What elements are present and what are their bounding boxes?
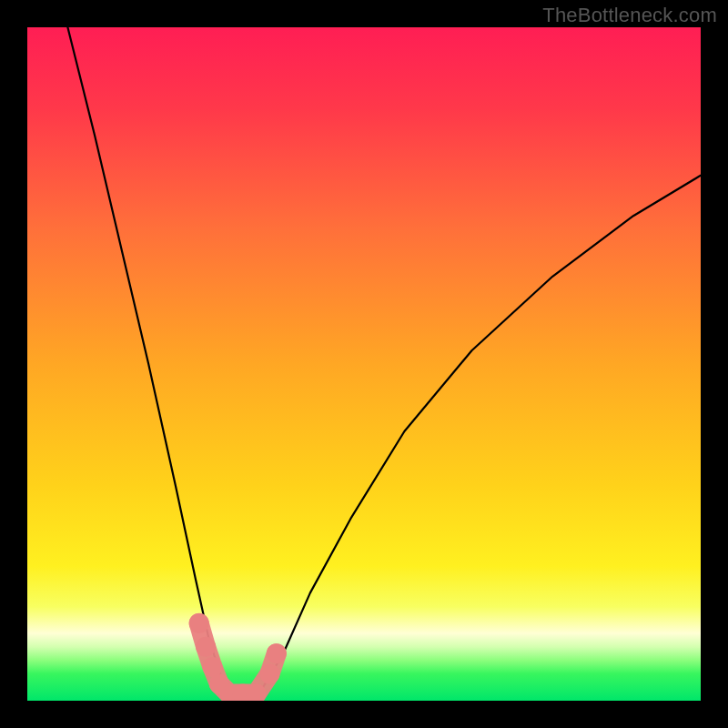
watermark-text: TheBottleneck.com: [542, 4, 717, 27]
bottleneck-chart: [27, 27, 701, 701]
gradient-bg: [27, 27, 701, 701]
plot-area: [27, 27, 701, 701]
highlight-dot: [267, 643, 287, 663]
highlight-dot: [259, 663, 279, 683]
chart-frame: TheBottleneck.com: [0, 0, 728, 728]
highlight-dot: [196, 637, 216, 657]
highlight-dot: [189, 613, 209, 633]
